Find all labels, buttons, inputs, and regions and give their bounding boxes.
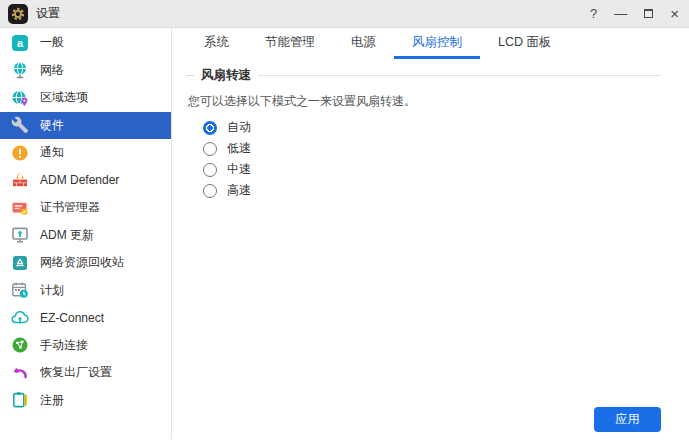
- factory-reset-icon: [11, 364, 29, 382]
- sidebar-item-label: 手动连接: [40, 337, 88, 354]
- network-recycle-bin-icon: [11, 254, 29, 272]
- sidebar-item-label: 一般: [40, 34, 64, 51]
- sidebar-item-ez-connect[interactable]: EZ-Connect: [0, 304, 171, 332]
- hardware-icon: [11, 116, 29, 134]
- adm-update-icon: [11, 226, 29, 244]
- sidebar-item-schedule[interactable]: 计划: [0, 277, 171, 305]
- sidebar-item-label: 恢复出厂设置: [40, 364, 112, 381]
- sidebar-item-label: 网络资源回收站: [40, 254, 124, 271]
- sidebar-item-label: EZ-Connect: [40, 311, 104, 325]
- sidebar-item-registration[interactable]: 注册: [0, 387, 171, 415]
- general-icon: a: [11, 34, 29, 52]
- manual-connect-icon: [11, 336, 29, 354]
- certificate-manager-icon: [11, 199, 29, 217]
- sidebar-item-label: ADM Defender: [40, 173, 119, 187]
- sidebar-item-adm-update[interactable]: ADM 更新: [0, 222, 171, 250]
- sidebar-item-hardware[interactable]: 硬件: [0, 112, 171, 140]
- settings-sidebar: a 一般 网络: [0, 28, 172, 439]
- defender-icon: [11, 171, 29, 189]
- ez-connect-icon: [11, 309, 29, 327]
- sidebar-item-adm-defender[interactable]: ADM Defender: [0, 167, 171, 195]
- tab-fan-control[interactable]: 风扇控制: [394, 28, 480, 59]
- section-title: 风扇转速: [194, 67, 258, 84]
- sidebar-item-network-recycle-bin[interactable]: 网络资源回收站: [0, 249, 171, 277]
- tab-system[interactable]: 系统: [186, 28, 247, 59]
- radio-label: 高速: [227, 182, 251, 199]
- radio-option-auto[interactable]: 自动: [203, 117, 661, 138]
- fan-speed-section-header: 风扇转速: [186, 67, 661, 84]
- sidebar-item-manual-connect[interactable]: 手动连接: [0, 332, 171, 360]
- sidebar-item-factory-reset[interactable]: 恢复出厂设置: [0, 359, 171, 387]
- regional-options-icon: [11, 89, 29, 107]
- radio-unselected-icon[interactable]: [203, 142, 217, 156]
- sidebar-item-notification[interactable]: 通知: [0, 139, 171, 167]
- minimize-button[interactable]: —: [614, 7, 627, 20]
- maximize-button[interactable]: [644, 7, 653, 20]
- network-icon: [11, 61, 29, 79]
- radio-unselected-icon[interactable]: [203, 184, 217, 198]
- help-button[interactable]: ?: [590, 7, 597, 20]
- sidebar-item-label: 证书管理器: [40, 199, 100, 216]
- sidebar-item-certificate-manager[interactable]: 证书管理器: [0, 194, 171, 222]
- close-button[interactable]: ×: [670, 6, 679, 21]
- fan-speed-description: 您可以选择以下模式之一来设置风扇转速。: [188, 93, 661, 110]
- sidebar-item-general[interactable]: a 一般: [0, 29, 171, 57]
- settings-app-icon: [8, 4, 28, 24]
- sidebar-item-label: 网络: [40, 62, 64, 79]
- tab-energy-saving[interactable]: 节能管理: [247, 28, 333, 59]
- notification-icon: [11, 144, 29, 162]
- sidebar-item-label: 区域选项: [40, 89, 88, 106]
- svg-text:a: a: [17, 37, 24, 49]
- fan-speed-options: 自动 低速 中速 高速: [203, 117, 661, 201]
- hardware-tabs: 系统 节能管理 电源 风扇控制 LCD 面板: [186, 28, 661, 59]
- radio-unselected-icon[interactable]: [203, 163, 217, 177]
- radio-label: 中速: [227, 161, 251, 178]
- window-title: 设置: [36, 5, 60, 22]
- sidebar-item-label: 通知: [40, 144, 64, 161]
- radio-option-high[interactable]: 高速: [203, 180, 661, 201]
- tab-lcd-panel[interactable]: LCD 面板: [480, 28, 569, 59]
- sidebar-item-label: 计划: [40, 282, 64, 299]
- sidebar-item-label: 注册: [40, 392, 64, 409]
- apply-button[interactable]: 应用: [594, 407, 661, 432]
- fieldset-left-rule: [186, 75, 194, 76]
- sidebar-item-network[interactable]: 网络: [0, 57, 171, 85]
- radio-option-low[interactable]: 低速: [203, 138, 661, 159]
- settings-content-panel: 系统 节能管理 电源 风扇控制 LCD 面板 风扇转速 您可以选择以下模式之一来…: [172, 28, 689, 439]
- sidebar-item-label: ADM 更新: [40, 227, 94, 244]
- tab-power[interactable]: 电源: [333, 28, 394, 59]
- radio-selected-icon[interactable]: [203, 121, 217, 135]
- schedule-icon: [11, 281, 29, 299]
- sidebar-item-label: 硬件: [40, 117, 64, 134]
- radio-option-medium[interactable]: 中速: [203, 159, 661, 180]
- fieldset-right-rule: [258, 75, 661, 76]
- radio-label: 低速: [227, 140, 251, 157]
- sidebar-item-regional-options[interactable]: 区域选项: [0, 84, 171, 112]
- titlebar: 设置 ? — ×: [0, 0, 689, 28]
- maximize-icon: [644, 9, 653, 18]
- registration-icon: [11, 391, 29, 409]
- radio-label: 自动: [227, 119, 251, 136]
